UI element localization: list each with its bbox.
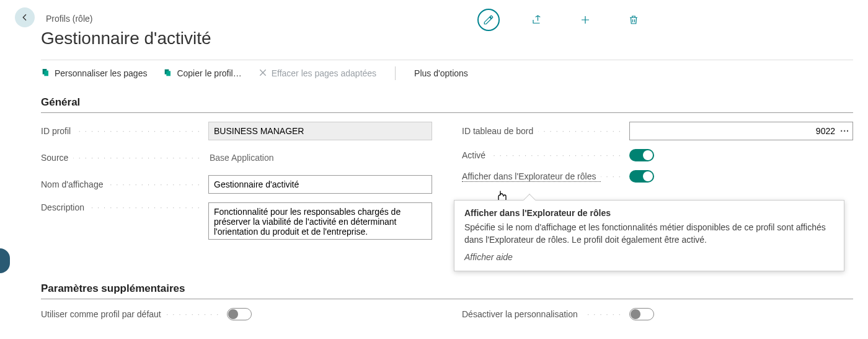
toolbar-copy-label: Copier le profil…: [177, 68, 241, 78]
label-show-explorer[interactable]: Afficher dans l'Explorateur de rôles: [462, 171, 629, 181]
toggle-disable-personalization[interactable]: [629, 308, 654, 320]
toolbar-customize-pages[interactable]: Personnaliser les pages: [41, 68, 147, 79]
label-source: Source: [41, 153, 208, 163]
input-source: [208, 149, 432, 166]
label-default-profile: Utiliser comme profil par défaut: [41, 309, 227, 319]
edit-button[interactable]: [477, 9, 500, 31]
delete-button[interactable]: [622, 9, 645, 31]
lookup-dashboard-id[interactable]: ···: [840, 126, 849, 136]
new-button[interactable]: [574, 9, 596, 31]
label-dashboard-id: ID tableau de bord: [462, 126, 629, 136]
toggle-show-explorer[interactable]: [629, 170, 654, 183]
toolbar-clear-label: Effacer les pages adaptées: [272, 68, 376, 78]
breadcrumb: Profils (rôle): [46, 12, 92, 24]
section-additional-title: Paramètres supplémentaires: [41, 282, 853, 299]
section-general-title: Général: [41, 96, 853, 113]
toggle-enabled[interactable]: [629, 149, 654, 161]
tooltip-help-link[interactable]: Afficher aide: [464, 252, 834, 262]
input-profile-id[interactable]: [208, 122, 432, 140]
toolbar-copy-profile[interactable]: Copier le profil…: [163, 68, 241, 79]
label-enabled: Activé: [462, 150, 629, 160]
tooltip-title: Afficher dans l'Explorateur de rôles: [464, 208, 834, 218]
input-description[interactable]: [208, 202, 432, 240]
label-profile-id: ID profil: [41, 126, 208, 136]
toolbar-clear-adapted[interactable]: Effacer les pages adaptées: [258, 68, 376, 79]
side-help-bubble[interactable]: [0, 248, 10, 273]
input-display-name[interactable]: [208, 175, 432, 194]
label-disable-personalization: Désactiver la personnalisation: [462, 309, 629, 319]
toggle-default-profile[interactable]: [227, 308, 252, 320]
toolbar-customize-label: Personnaliser les pages: [55, 68, 147, 78]
copy-icon: [163, 68, 173, 79]
customize-icon: [41, 68, 51, 79]
toolbar-more-options[interactable]: Plus d'options: [414, 68, 468, 78]
share-button[interactable]: [526, 9, 548, 31]
toolbar-separator: [395, 66, 396, 80]
label-description: Description: [41, 202, 208, 212]
tooltip-show-explorer: Afficher dans l'Explorateur de rôles Spé…: [454, 200, 844, 271]
input-dashboard-id[interactable]: [629, 122, 853, 140]
svg-rect-3: [167, 71, 171, 76]
svg-rect-1: [44, 70, 48, 76]
back-button[interactable]: [15, 7, 35, 27]
label-display-name: Nom d'affichage: [41, 179, 208, 189]
page-title: Gestionnaire d'activité: [41, 29, 853, 48]
tooltip-body: Spécifie si le nom d'affichage et les fo…: [464, 222, 834, 246]
clear-icon: [258, 68, 268, 79]
